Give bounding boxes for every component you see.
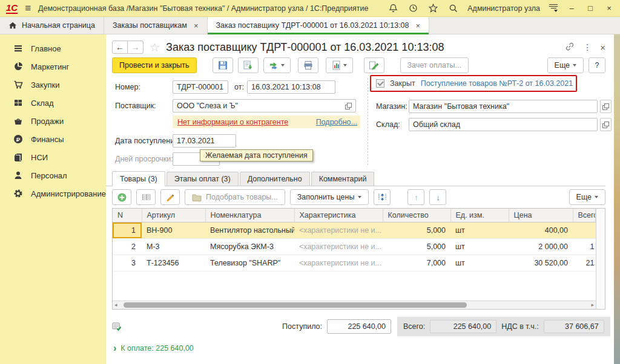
column-header-unit[interactable]: Ед. изм.: [450, 209, 509, 222]
details-link[interactable]: Подробно...: [316, 118, 357, 126]
sidebar-item-personnel[interactable]: Персонал: [0, 166, 106, 184]
horizontal-scrollbar[interactable]: ◂ ▸: [113, 301, 596, 309]
cell-n[interactable]: 3: [113, 255, 142, 271]
payable-summary[interactable]: › К оплате: 225 640,00: [113, 343, 614, 353]
favorites-icon[interactable]: [427, 3, 438, 14]
column-header-qty[interactable]: Количество: [383, 209, 450, 222]
move-up-button[interactable]: ↑: [407, 189, 424, 205]
create-based-on-button[interactable]: [263, 57, 291, 73]
sidebar-item-marketing[interactable]: Маркетинг: [0, 57, 106, 76]
form-menu-icon[interactable]: ⋮: [583, 42, 592, 52]
print-button[interactable]: [298, 57, 318, 73]
cell-n[interactable]: 2: [113, 238, 142, 255]
cell-characteristic[interactable]: <характеристики не и...: [294, 238, 383, 255]
table-more-button[interactable]: Еще: [569, 189, 605, 205]
sidebar-item-administration[interactable]: Администрирование: [0, 184, 106, 203]
tab-goods[interactable]: Товары (3): [112, 171, 165, 186]
scroll-right-icon[interactable]: ▸: [591, 302, 594, 308]
cell-total[interactable]: 21: [573, 255, 596, 271]
vertical-scrollbar[interactable]: [596, 209, 605, 309]
save-button[interactable]: [213, 57, 233, 73]
close-window-button[interactable]: ×: [604, 4, 614, 13]
expand-chevron-icon[interactable]: ›: [113, 343, 116, 353]
cell-characteristic[interactable]: <характеристики не и...: [294, 255, 383, 271]
sidebar-item-purchases[interactable]: Закупки: [0, 76, 106, 94]
tab-additional[interactable]: Дополнительно: [240, 172, 310, 186]
document-date-field[interactable]: 16.03.2021 10:13:08: [247, 80, 335, 94]
column-header-n[interactable]: N: [113, 209, 142, 222]
fill-prices-button[interactable]: Заполнить цены: [290, 189, 369, 205]
open-icon[interactable]: [345, 103, 352, 109]
closed-checkbox[interactable]: [376, 79, 384, 88]
favorite-star-icon[interactable]: ☆: [150, 41, 160, 54]
shop-open-button[interactable]: [600, 100, 612, 113]
search-icon[interactable]: [447, 3, 458, 14]
received-field[interactable]: 225 640,00: [327, 319, 391, 334]
minimize-button[interactable]: –: [567, 4, 576, 13]
cell-article[interactable]: ВН-900: [142, 222, 205, 238]
reports-button[interactable]: [326, 57, 353, 73]
sidebar-item-main[interactable]: Главное: [0, 39, 106, 57]
receipt-date-field[interactable]: 17.03.2021: [173, 134, 236, 148]
main-menu-icon[interactable]: [549, 4, 558, 12]
maximize-button[interactable]: □: [585, 4, 595, 13]
current-user[interactable]: Администратор узла: [467, 4, 540, 13]
barcode-button[interactable]: [136, 189, 156, 205]
warehouse-field[interactable]: Общий склад: [409, 118, 598, 131]
warehouse-open-button[interactable]: [600, 118, 612, 131]
counterparty-warning-link[interactable]: Нет информации о контрагенте: [177, 118, 288, 126]
tab-close-icon[interactable]: ×: [416, 21, 421, 30]
get-link-icon[interactable]: [565, 42, 575, 53]
sidebar-item-sales[interactable]: Продажи: [0, 112, 106, 130]
sidebar-item-warehouse[interactable]: Склад: [0, 94, 106, 112]
scroll-left-icon[interactable]: ◂: [114, 302, 117, 308]
offset-payment-button[interactable]: Зачет оплаты...: [400, 57, 469, 73]
tab-close-icon[interactable]: ×: [194, 21, 199, 30]
cell-article[interactable]: Т-123456: [142, 255, 205, 271]
column-header-characteristic[interactable]: Характеристика: [294, 209, 383, 222]
edit-row-button[interactable]: [160, 189, 180, 205]
cell-unit[interactable]: шт: [450, 238, 509, 255]
supplier-field[interactable]: ООО "Слеза и Ъ": [173, 99, 356, 112]
pick-goods-button[interactable]: Подобрать товары...: [185, 189, 285, 205]
shop-field[interactable]: Магазин "Бытовая техника": [409, 100, 598, 113]
cell-price[interactable]: 2 000,00: [509, 238, 573, 255]
table-row[interactable]: 1 ВН-900 Вентилятор настольный <характер…: [113, 222, 596, 238]
tab-comment[interactable]: Комментарий: [311, 172, 375, 186]
move-down-button[interactable]: ↓: [429, 189, 446, 205]
column-header-article[interactable]: Артикул: [142, 209, 205, 222]
add-row-button[interactable]: [112, 189, 131, 205]
form-close-icon[interactable]: ×: [600, 42, 605, 53]
cell-qty[interactable]: 5,000: [383, 238, 450, 255]
cell-qty[interactable]: 5,000: [383, 222, 450, 238]
cell-total[interactable]: 1: [573, 238, 596, 255]
help-button[interactable]: ?: [589, 57, 605, 73]
table-row[interactable]: 3 Т-123456 Телевизор "SHARP" <характерис…: [113, 255, 596, 271]
cell-price[interactable]: 30 520,00: [509, 255, 573, 271]
cell-unit[interactable]: шт: [450, 222, 509, 238]
hamburger-menu-icon[interactable]: ≡: [25, 2, 31, 15]
forward-button[interactable]: →: [128, 41, 143, 54]
cell-total[interactable]: [573, 222, 596, 238]
cell-unit[interactable]: шт: [450, 255, 509, 271]
tab-supplier-order[interactable]: Заказ поставщику ТДРТ-000001 от 16.03.20…: [208, 17, 430, 34]
cell-characteristic[interactable]: <характеристики не и...: [294, 222, 383, 238]
sidebar-item-finance[interactable]: Р Финансы: [0, 130, 106, 148]
cell-qty[interactable]: 7,000: [383, 255, 450, 271]
post-and-close-button[interactable]: Провести и закрыть: [112, 57, 197, 73]
scrollbar-thumb[interactable]: [124, 302, 467, 308]
cell-item[interactable]: Телевизор "SHARP": [205, 255, 294, 271]
bell-icon[interactable]: [388, 3, 398, 14]
tab-payment-stages[interactable]: Этапы оплат (3): [167, 172, 239, 186]
cell-article[interactable]: М-3: [142, 238, 205, 255]
cell-price[interactable]: 400,00: [509, 222, 573, 238]
more-button[interactable]: Еще: [547, 57, 584, 73]
tab-home[interactable]: Начальная страница: [0, 17, 104, 34]
back-button[interactable]: ←: [112, 41, 128, 54]
history-icon[interactable]: [407, 3, 418, 14]
column-header-item[interactable]: Номенклатура: [205, 209, 294, 222]
tab-supplier-orders-list[interactable]: Заказы поставщикам ×: [104, 17, 208, 34]
resize-rows-button[interactable]: [374, 189, 391, 205]
number-field[interactable]: ТДРТ-000001: [173, 80, 228, 94]
post-document-button[interactable]: [238, 57, 259, 73]
